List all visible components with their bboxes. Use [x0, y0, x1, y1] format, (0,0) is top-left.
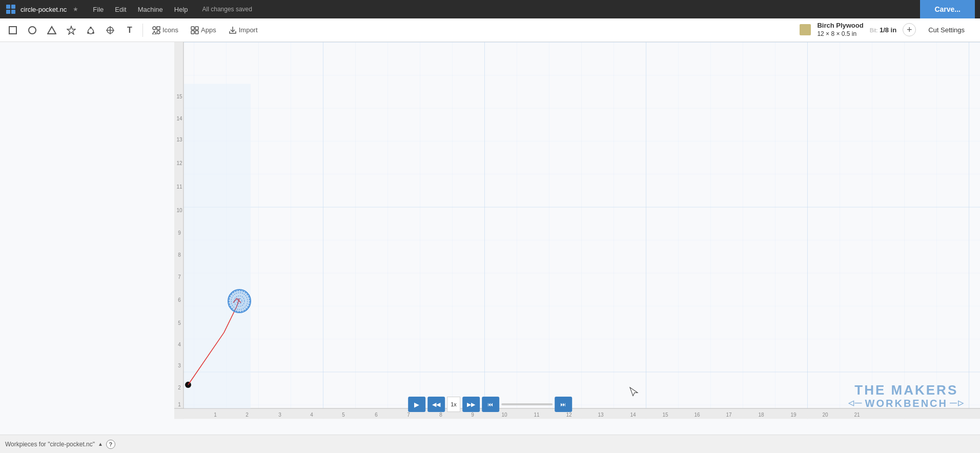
- svg-text:19: 19: [790, 412, 796, 418]
- add-bit-button[interactable]: +: [903, 23, 916, 36]
- bit-info: Bit: 1/8 in: [870, 26, 897, 34]
- playback-controls: ▶ ◀◀ 1x ▶▶ ⏮ ⏭: [408, 397, 572, 412]
- title-bar: circle-pocket.nc ★ File Edit Machine Hel…: [0, 0, 980, 18]
- help-button[interactable]: ?: [106, 440, 115, 449]
- svg-rect-4: [9, 27, 16, 34]
- watermark-arrow-right: —▷: [950, 399, 965, 407]
- import-label: Import: [239, 26, 258, 34]
- save-status: All changes saved: [202, 6, 252, 13]
- icons-button[interactable]: Icons: [147, 24, 183, 36]
- svg-point-17: [157, 31, 160, 34]
- svg-text:7: 7: [178, 274, 181, 280]
- svg-text:5: 5: [342, 412, 345, 418]
- svg-point-14: [153, 27, 156, 30]
- cut-settings-button[interactable]: Cut Settings: [922, 24, 971, 36]
- svg-text:6: 6: [375, 412, 378, 418]
- workpieces-label: Workpieces for "circle-pocket.nc": [5, 441, 95, 448]
- file-name: circle-pocket.nc: [21, 6, 67, 13]
- favorite-icon[interactable]: ★: [73, 6, 78, 13]
- speed-display: 1x: [447, 397, 460, 412]
- node-tool-button[interactable]: [82, 22, 99, 39]
- svg-text:14: 14: [630, 412, 636, 418]
- svg-text:10: 10: [176, 208, 182, 213]
- speed-value: 1x: [451, 401, 457, 407]
- svg-point-10: [92, 32, 94, 34]
- apps-button[interactable]: Apps: [186, 24, 221, 36]
- svg-rect-0: [6, 5, 10, 9]
- svg-point-8: [87, 32, 89, 34]
- watermark-line1: THE MAKERS: [848, 383, 965, 398]
- svg-rect-21: [195, 31, 198, 34]
- svg-rect-2: [6, 10, 10, 14]
- watermark-arrow-left: ◁—: [848, 399, 863, 407]
- text-tool-button[interactable]: T: [121, 22, 138, 39]
- end-button[interactable]: ⏭: [555, 397, 572, 412]
- svg-rect-25: [183, 42, 980, 419]
- svg-marker-7: [67, 26, 75, 34]
- progress-slider[interactable]: [501, 403, 553, 405]
- material-swatch: [800, 24, 811, 35]
- star-tool-button[interactable]: [63, 22, 80, 39]
- app-icon: [5, 4, 16, 15]
- canvas-area[interactable]: 15 14 13 12 11 10 9 8 7 6 5 4 3 2 1 1 2 …: [0, 42, 980, 435]
- svg-rect-20: [191, 31, 194, 34]
- play-button[interactable]: ▶: [408, 397, 425, 412]
- svg-text:2: 2: [178, 385, 181, 390]
- svg-text:9: 9: [178, 230, 181, 236]
- menu-help[interactable]: Help: [169, 4, 193, 15]
- prev-frame-button[interactable]: ◀◀: [427, 397, 445, 412]
- material-dimensions: 12 × 8 × 0.5 in: [817, 30, 863, 38]
- svg-text:15: 15: [662, 412, 668, 418]
- material-name: Birch Plywood: [817, 22, 863, 30]
- svg-marker-16: [152, 31, 156, 34]
- bit-label: Bit:: [870, 27, 878, 33]
- triangle-tool-button[interactable]: [43, 22, 60, 39]
- svg-text:14: 14: [176, 116, 182, 121]
- material-text: Birch Plywood 12 × 8 × 0.5 in: [817, 22, 863, 38]
- svg-text:8: 8: [178, 252, 181, 258]
- svg-text:13: 13: [176, 137, 182, 142]
- rectangle-tool-button[interactable]: [4, 22, 22, 39]
- svg-rect-15: [157, 27, 160, 30]
- svg-text:10: 10: [501, 412, 507, 418]
- import-button[interactable]: Import: [223, 24, 263, 36]
- watermark: THE MAKERS ◁— WORKBENCH —▷: [848, 383, 965, 409]
- svg-text:21: 21: [854, 412, 860, 418]
- svg-rect-66: [184, 84, 251, 408]
- menu-file[interactable]: File: [88, 4, 109, 15]
- watermark-line2: WORKBENCH: [865, 398, 948, 409]
- menu-machine[interactable]: Machine: [133, 4, 168, 15]
- svg-text:12: 12: [176, 160, 182, 166]
- expand-icon[interactable]: ▲: [98, 441, 103, 447]
- circle-tool-button[interactable]: [24, 22, 41, 39]
- toolbar: T Icons Apps Import Birch Plywood: [0, 18, 980, 42]
- svg-text:2: 2: [246, 412, 249, 418]
- svg-text:11: 11: [534, 412, 539, 418]
- svg-text:4: 4: [310, 412, 313, 418]
- svg-text:12: 12: [566, 412, 571, 418]
- svg-text:7: 7: [407, 412, 410, 418]
- svg-text:20: 20: [822, 412, 828, 418]
- bottom-bar: Workpieces for "circle-pocket.nc" ▲ ?: [0, 435, 980, 453]
- svg-point-5: [29, 27, 36, 34]
- svg-text:3: 3: [278, 412, 281, 418]
- menu-bar: File Edit Machine Help: [88, 4, 193, 15]
- svg-text:4: 4: [178, 342, 181, 347]
- menu-edit[interactable]: Edit: [110, 4, 131, 15]
- svg-point-9: [90, 27, 92, 29]
- svg-text:1: 1: [214, 412, 217, 418]
- toolbar-divider-1: [142, 24, 143, 37]
- carve-button[interactable]: Carve...: [920, 0, 975, 18]
- material-info: Birch Plywood 12 × 8 × 0.5 in Bit: 1/8 i…: [800, 22, 976, 38]
- next-frame-button[interactable]: ▶▶: [462, 397, 480, 412]
- canvas-svg: 15 14 13 12 11 10 9 8 7 6 5 4 3 2 1 1 2 …: [0, 42, 980, 435]
- svg-text:15: 15: [176, 94, 182, 99]
- svg-text:11: 11: [176, 184, 182, 190]
- crosshair-tool-button[interactable]: [101, 22, 119, 39]
- start-button[interactable]: ⏮: [482, 397, 499, 412]
- svg-text:5: 5: [178, 320, 181, 325]
- icons-label: Icons: [162, 26, 178, 34]
- svg-text:9: 9: [471, 412, 474, 418]
- svg-marker-6: [48, 27, 56, 34]
- svg-rect-19: [195, 27, 198, 30]
